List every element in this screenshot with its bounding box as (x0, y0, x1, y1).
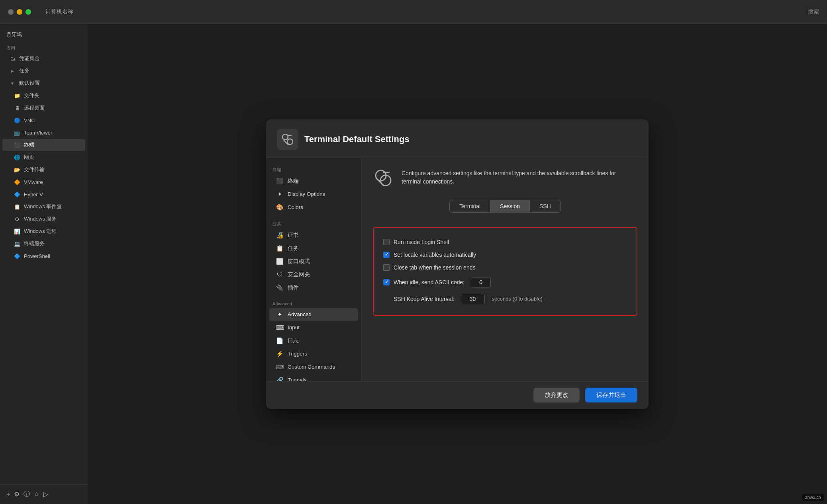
sidebar-item-folder[interactable]: 📁 文件夹 (2, 90, 85, 102)
close-button[interactable] (8, 9, 14, 15)
sidebar-item-label: TeamViewer (24, 130, 52, 136)
znwx-badge: znwx.cn (802, 494, 824, 501)
input-icon: ⌨ (276, 324, 284, 331)
save-button[interactable]: 保存并退出 (585, 388, 637, 402)
terminal-nav-icon: ⬛ (276, 178, 284, 185)
sidebar-item-powershell[interactable]: 🔷 PowerShell (2, 250, 85, 262)
sidebar-item-hyperv[interactable]: 🔷 Hyper-V (2, 188, 85, 200)
terminal-service-icon: 💻 (14, 240, 21, 247)
nav-item-security-gateway[interactable]: 🛡 安全网关 (269, 268, 358, 281)
tab-ssh[interactable]: SSH (530, 200, 560, 212)
ssh-keepalive-input[interactable] (461, 294, 485, 304)
nav-item-display-options[interactable]: ✦ Display Options (269, 188, 358, 201)
settings-row-ssh-keepalive: SSH Keep Alive Interval: seconds (0 to d… (383, 291, 627, 307)
sidebar-item-remote-desktop[interactable]: 🖥 远程桌面 (2, 102, 85, 114)
nav-item-colors[interactable]: 🎨 Colors (269, 201, 358, 214)
svg-point-1 (287, 139, 293, 145)
label-locale: Set locale variables automatically (394, 252, 476, 258)
add-icon[interactable]: + (6, 491, 10, 498)
traffic-lights (8, 9, 31, 15)
nav-item-label: 安全网关 (288, 271, 310, 278)
sidebar-item-terminal[interactable]: ⬛ 终端 (2, 139, 85, 151)
nav-item-label: Display Options (288, 191, 325, 197)
nav-item-window-mode[interactable]: ⬜ 窗口模式 (269, 255, 358, 268)
checkbox-locale[interactable] (383, 252, 390, 258)
play-icon[interactable]: ▷ (43, 490, 48, 498)
sidebar-item-teamviewer[interactable]: 📺 TeamViewer (2, 127, 85, 139)
nav-item-tunnels[interactable]: 🔗 Tunnels (269, 374, 358, 381)
nav-item-tasks-nav[interactable]: 📋 任务 (269, 242, 358, 255)
powershell-icon: 🔷 (14, 252, 21, 260)
label-login-shell: Run inside Login Shell (394, 239, 449, 245)
idle-ascii-input[interactable] (471, 277, 491, 287)
triggers-icon: ⚡ (276, 350, 284, 357)
display-options-icon: ✦ (276, 191, 284, 198)
nav-section-public: 公共 (266, 219, 361, 229)
sidebar-item-win-event[interactable]: 📋 Windows 事件查 (2, 201, 85, 213)
sidebar-item-win-process[interactable]: 📊 Windows 进程 (2, 225, 85, 237)
nav-item-label: 窗口模式 (288, 258, 310, 265)
sidebar-item-web[interactable]: 🌐 网页 (2, 151, 85, 163)
nav-item-custom-commands[interactable]: ⌨ Custom Commands (269, 361, 358, 373)
star-icon[interactable]: ☆ (34, 490, 39, 498)
tab-session[interactable]: Session (490, 200, 530, 212)
checkbox-idle[interactable] (383, 279, 390, 285)
nav-item-triggers[interactable]: ⚡ Triggers (269, 348, 358, 360)
sidebar-item-label: 远程桌面 (24, 104, 45, 111)
security-gateway-icon: 🛡 (276, 271, 284, 278)
sidebar-item-label: Windows 事件查 (24, 203, 62, 210)
sidebar-item-tasks[interactable]: ▶ 任务 (2, 65, 85, 77)
nav-item-certificate[interactable]: 🔏 证书 (269, 229, 358, 242)
sidebar-item-file-transfer[interactable]: 📂 文件传输 (2, 164, 85, 176)
minimize-button[interactable] (17, 9, 22, 15)
content-description: Configure advanced settings like the ter… (373, 168, 637, 192)
nav-item-advanced[interactable]: ✦ Advanced (269, 308, 358, 321)
dialog-footer: 放弃更改 保存并退出 (266, 381, 649, 409)
plugins-icon: 🔌 (276, 284, 284, 291)
nav-item-label: Custom Commands (288, 364, 335, 370)
sidebar-item-vmware[interactable]: 🔶 VMware (2, 176, 85, 188)
nav-item-terminal[interactable]: ⬛ 终端 (269, 175, 358, 188)
nav-item-logs[interactable]: 📄 日志 (269, 334, 358, 347)
dialog-header: Terminal Default Settings (266, 119, 649, 158)
nav-item-label: 任务 (288, 245, 299, 252)
sidebar-item-label: 任务 (19, 67, 29, 74)
file-transfer-icon: 📂 (14, 166, 21, 173)
win-event-icon: 📋 (14, 203, 21, 210)
sidebar-item-label: 文件传输 (24, 166, 45, 173)
checkbox-login-shell[interactable] (383, 239, 390, 245)
sidebar-item-label: 终端 (24, 141, 34, 148)
dialog-content: Configure advanced settings like the ter… (362, 158, 649, 381)
tasks-nav-icon: 📋 (276, 245, 284, 252)
sidebar-item-label: Hyper-V (24, 191, 43, 197)
settings-row-login-shell: Run inside Login Shell (383, 236, 627, 248)
maximize-button[interactable] (25, 9, 31, 15)
tab-terminal[interactable]: Terminal (450, 200, 490, 212)
nav-item-label: Colors (288, 204, 303, 210)
sidebar-item-win-service[interactable]: ⚙ Windows 服务 (2, 213, 85, 225)
nav-item-label: 日志 (288, 337, 299, 344)
nav-section-terminal: 终端 (266, 164, 361, 174)
nav-item-label: 证书 (288, 232, 299, 239)
content-desc-text: Configure advanced settings like the ter… (402, 168, 637, 186)
sidebar-item-vnc[interactable]: 🔵 VNC (2, 114, 85, 126)
nav-section-advanced: Advanced (266, 299, 361, 308)
advanced-icon: ✦ (276, 311, 284, 318)
nav-item-input[interactable]: ⌨ Input (269, 321, 358, 334)
sidebar-item-defaults[interactable]: ▼ 默认设置 (2, 77, 85, 89)
search-area[interactable]: 搜索 (808, 8, 819, 16)
window-mode-icon: ⬜ (276, 258, 284, 265)
ssh-keepalive-suffix: seconds (0 to disable) (492, 296, 543, 302)
dialog-nav: 终端 ⬛ 终端 ✦ Display Options 🎨 Colors 公共 🔏 … (266, 158, 362, 381)
sidebar-item-credentials[interactable]: 🗂 凭证集合 (2, 53, 85, 64)
sidebar-item-terminal-service[interactable]: 💻 终端服务 (2, 238, 85, 250)
cancel-button[interactable]: 放弃更改 (533, 388, 580, 402)
app-title: 月牙坞 (0, 29, 88, 42)
nav-item-label: Tunnels (288, 377, 307, 381)
info-icon[interactable]: ⓘ (24, 490, 30, 498)
checkbox-close-tab[interactable] (383, 264, 390, 271)
nav-item-label: Input (288, 324, 300, 330)
settings-icon[interactable]: ⚙ (14, 490, 20, 498)
nav-item-plugins[interactable]: 🔌 插件 (269, 281, 358, 294)
folder-icon: 📁 (14, 92, 21, 99)
